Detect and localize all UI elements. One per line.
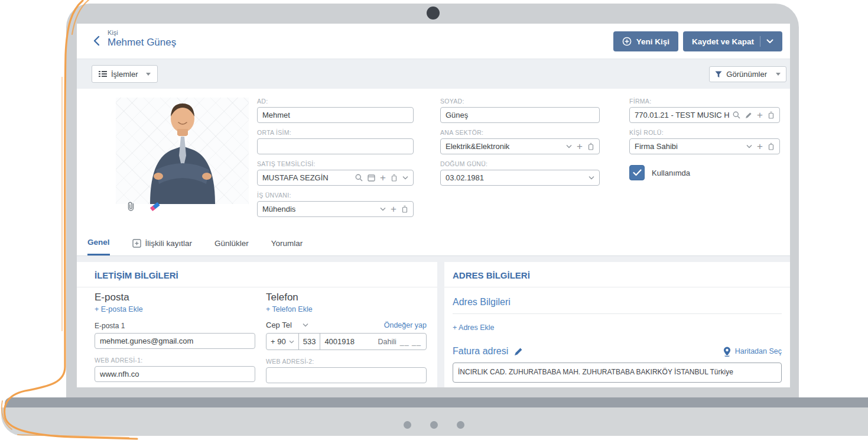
eraser-icon[interactable]: [149, 202, 161, 211]
plus-icon[interactable]: +: [757, 141, 763, 151]
trash-icon[interactable]: [391, 174, 398, 182]
plus-icon[interactable]: +: [391, 204, 396, 214]
tab-genel[interactable]: Genel: [87, 231, 110, 255]
back-chevron-icon[interactable]: [93, 35, 100, 46]
trash-icon[interactable]: [768, 111, 775, 119]
actions-dropdown-button[interactable]: İşlemler: [92, 65, 158, 83]
plus-icon[interactable]: +: [577, 141, 583, 151]
kullanimda-label: Kullanımda: [652, 169, 690, 177]
paperclip-icon[interactable]: [126, 201, 136, 212]
search-icon[interactable]: [355, 174, 363, 182]
field-firma: FİRMA: +: [629, 98, 780, 123]
save-close-label: Kaydet ve Kapat: [692, 37, 754, 46]
field-label: İŞ ÜNVANI:: [257, 192, 414, 199]
address-subtitle: Adres Bilgileri: [453, 297, 782, 314]
base-dot: [430, 421, 438, 429]
contact-photo: [116, 98, 249, 204]
country-code-select[interactable]: + 90: [266, 334, 299, 350]
select-from-map-label: Haritadan Seç: [735, 347, 782, 355]
chevron-down-icon: [289, 340, 294, 344]
plus-icon[interactable]: +: [757, 110, 763, 120]
contact-section-title: İLETİŞİM BİLGİLERİ: [77, 262, 437, 287]
email-input[interactable]: [100, 337, 250, 345]
search-icon[interactable]: [733, 111, 740, 119]
set-default-link[interactable]: Öndeğer yap: [384, 321, 427, 329]
soyad-input[interactable]: [446, 111, 594, 119]
chevron-down-icon[interactable]: [380, 207, 386, 211]
chevron-down-icon[interactable]: [746, 144, 752, 148]
web2-input[interactable]: [271, 371, 421, 380]
chevron-down-icon: [303, 323, 308, 327]
filter-icon: [715, 71, 722, 78]
trash-icon[interactable]: [587, 143, 594, 150]
is-unvani-input[interactable]: [262, 205, 376, 213]
plus-square-icon: [132, 239, 141, 248]
billing-address-box: [453, 363, 782, 383]
satis-temsilcisi-input[interactable]: [262, 173, 352, 182]
field-kisi-rolu: KİŞİ ROLÜ: +: [629, 129, 780, 154]
base-dot: [404, 421, 411, 429]
laptop-hinge-bar: [5, 397, 868, 407]
add-address-link[interactable]: + Adres Ekle: [453, 323, 782, 332]
views-label: Görünümler: [726, 70, 767, 79]
pencil-icon[interactable]: [745, 112, 752, 119]
address-info-panel: ADRES BİLGİLERİ Adres Bilgileri + Adres …: [444, 262, 790, 387]
trash-icon[interactable]: [768, 143, 775, 150]
firma-input[interactable]: [635, 111, 729, 119]
field-label: SATIŞ TEMSİLCİSİ:: [257, 160, 414, 167]
save-close-button[interactable]: Kaydet ve Kapat: [683, 31, 782, 51]
views-dropdown-button[interactable]: Görünümler: [709, 66, 786, 82]
base-dot: [457, 421, 464, 429]
breadcrumb-entity[interactable]: Kişi: [108, 29, 176, 36]
phone-group-title: Telefon: [266, 292, 427, 303]
tab-yorumlar[interactable]: Yorumlar: [271, 231, 303, 255]
field-dogum-gunu: DOĞUM GÜNÜ:: [440, 160, 600, 186]
tab-label: Yorumlar: [271, 239, 303, 248]
page-header: Kişi Mehmet Güneş Yeni Kişi Kaydet ve Ka…: [77, 24, 790, 59]
email-group-title: E-posta: [95, 292, 255, 303]
field-is-unvani: İŞ ÜNVANI: +: [257, 192, 414, 217]
tab-gunlukler[interactable]: Günlükler: [214, 231, 249, 255]
field-label: KİŞİ ROLÜ:: [629, 129, 780, 136]
kisi-rolu-input[interactable]: [635, 142, 743, 151]
phone-number-input[interactable]: 4001918: [320, 334, 378, 350]
chevron-down-icon[interactable]: [766, 39, 773, 44]
toolbar: İşlemler Görünümler: [77, 59, 790, 89]
field-ad: AD:: [257, 98, 414, 123]
new-contact-button[interactable]: Yeni Kişi: [613, 31, 678, 51]
kullanimda-checkbox[interactable]: [629, 165, 645, 180]
plus-circle-icon: [622, 37, 632, 46]
field-label: AD:: [257, 98, 414, 105]
app-screen: Kişi Mehmet Güneş Yeni Kişi Kaydet ve Ka…: [77, 24, 790, 387]
contact-info-panel: İLETİŞİM BİLGİLERİ E-posta + E-posta Ekl…: [77, 262, 437, 387]
chevron-down-icon[interactable]: [402, 176, 408, 180]
extension-field[interactable]: Dahili __ __: [378, 338, 426, 346]
caret-down-icon: [776, 73, 781, 76]
trash-icon[interactable]: [401, 205, 408, 213]
calendar-icon[interactable]: [368, 174, 375, 182]
add-email-link[interactable]: + E-posta Ekle: [95, 305, 255, 313]
phone-input-group: + 90 533 4001918 Dahili __ __: [266, 333, 427, 350]
add-phone-link[interactable]: + Telefon Ekle: [266, 305, 427, 313]
tab-label: İlişkili kayıtlar: [145, 239, 193, 248]
phone-type-select[interactable]: Cep Tel: [266, 321, 308, 329]
field-label: SOYAD:: [440, 98, 600, 105]
dogum-gunu-input[interactable]: [446, 173, 585, 182]
orta-isim-input[interactable]: [262, 142, 408, 151]
tab-iliskili-kayitlar[interactable]: İlişkili kayıtlar: [132, 231, 193, 255]
ad-input[interactable]: [262, 111, 408, 119]
web1-input[interactable]: [100, 370, 250, 378]
select-from-map-link[interactable]: Haritadan Seç: [723, 347, 782, 357]
field-ana-sektor: ANA SEKTÖR: +: [440, 129, 600, 154]
plus-icon[interactable]: +: [380, 173, 386, 183]
field-satis-temsilcisi: SATIŞ TEMSİLCİSİ: +: [257, 160, 414, 186]
form-column-3: FİRMA: + KİŞİ ROLÜ:: [629, 98, 780, 180]
pencil-icon[interactable]: [514, 347, 523, 356]
area-code-input[interactable]: 533: [299, 334, 321, 350]
chevron-down-icon[interactable]: [566, 144, 572, 148]
ana-sektor-input[interactable]: [446, 142, 563, 151]
web1-label: WEB ADRESİ-1:: [95, 357, 255, 364]
new-contact-label: Yeni Kişi: [636, 37, 669, 46]
chevron-down-icon[interactable]: [589, 176, 594, 180]
billing-address-input[interactable]: [458, 368, 776, 376]
